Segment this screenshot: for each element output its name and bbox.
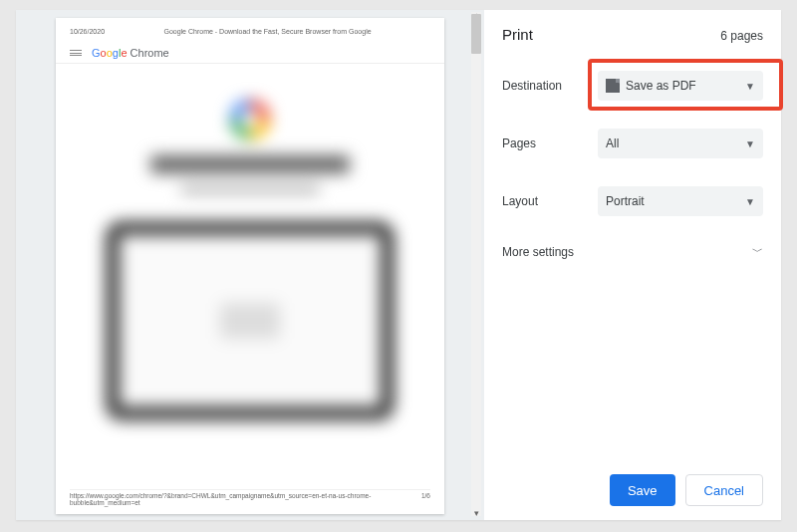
page-count: 6 pages bbox=[720, 29, 763, 43]
destination-value: Save as PDF bbox=[626, 79, 696, 93]
preview-scrollbar[interactable]: ▴ ▾ bbox=[471, 12, 481, 516]
save-button[interactable]: Save bbox=[610, 474, 675, 506]
brand-suffix: Chrome bbox=[131, 47, 169, 59]
print-dialog-window: 10/26/2020 Google Chrome - Download the … bbox=[0, 0, 797, 532]
preview-footer-url: https://www.google.com/chrome/?&brand=CH… bbox=[70, 492, 421, 506]
pages-label: Pages bbox=[502, 136, 598, 150]
more-settings-label: More settings bbox=[502, 245, 574, 259]
google-chrome-wordmark: Google Chrome bbox=[92, 47, 169, 59]
caret-down-icon: ▼ bbox=[745, 138, 755, 149]
print-preview-pane: 10/26/2020 Google Chrome - Download the … bbox=[16, 10, 484, 520]
preview-brand-row: Google Chrome bbox=[70, 47, 430, 59]
preview-footer: https://www.google.com/chrome/?&brand=CH… bbox=[70, 489, 430, 506]
blurred-device-inner bbox=[220, 303, 280, 339]
divider bbox=[56, 63, 444, 64]
title-row: Print 6 pages bbox=[502, 26, 763, 43]
preview-blurred-content bbox=[56, 82, 444, 494]
preview-header: 10/26/2020 Google Chrome - Download the … bbox=[70, 28, 430, 35]
destination-select[interactable]: Save as PDF ▼ bbox=[598, 71, 763, 101]
print-settings-pane: Print 6 pages Destination Save as PDF ▼ … bbox=[484, 10, 781, 520]
pdf-file-icon bbox=[606, 79, 620, 93]
scroll-down-icon[interactable]: ▾ bbox=[471, 508, 481, 518]
dialog-footer: Save Cancel bbox=[502, 474, 763, 506]
preview-footer-page: 1/6 bbox=[421, 492, 430, 506]
chrome-logo-icon bbox=[230, 100, 270, 139]
caret-down-icon: ▼ bbox=[745, 81, 755, 92]
destination-row: Destination Save as PDF ▼ bbox=[502, 71, 763, 101]
layout-row: Layout Portrait ▼ bbox=[502, 186, 763, 216]
hamburger-icon bbox=[70, 50, 82, 56]
blurred-heading bbox=[150, 155, 350, 173]
cancel-button[interactable]: Cancel bbox=[685, 474, 763, 506]
print-title: Print bbox=[502, 26, 533, 43]
blurred-subtext bbox=[180, 185, 320, 193]
pages-select[interactable]: All ▼ bbox=[598, 129, 763, 158]
layout-value: Portrait bbox=[606, 194, 645, 208]
preview-page: 10/26/2020 Google Chrome - Download the … bbox=[56, 18, 444, 514]
pages-value: All bbox=[606, 136, 619, 150]
destination-label: Destination bbox=[502, 79, 598, 93]
caret-down-icon: ▼ bbox=[745, 196, 755, 207]
preview-date: 10/26/2020 bbox=[70, 28, 105, 35]
scroll-thumb[interactable] bbox=[471, 14, 481, 54]
chevron-down-icon: ﹀ bbox=[752, 244, 763, 259]
pages-row: Pages All ▼ bbox=[502, 129, 763, 158]
layout-select[interactable]: Portrait ▼ bbox=[598, 186, 763, 216]
blurred-device-frame bbox=[106, 221, 395, 420]
preview-header-title: Google Chrome - Download the Fast, Secur… bbox=[163, 28, 371, 35]
more-settings-toggle[interactable]: More settings ﹀ bbox=[502, 244, 763, 259]
layout-label: Layout bbox=[502, 194, 598, 208]
print-dialog: 10/26/2020 Google Chrome - Download the … bbox=[16, 10, 781, 520]
